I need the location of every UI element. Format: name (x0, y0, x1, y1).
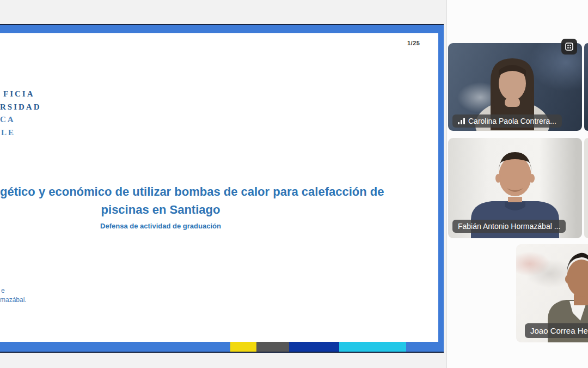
logo-text-line: FICIA (3, 88, 41, 101)
bottom-bar-segment-blue-end (406, 342, 444, 352)
slide-top-border-bar (0, 25, 444, 33)
bottom-bar-segment-blue (0, 342, 230, 352)
slide-title-line1: gético y económico de utilizar bombas de… (0, 185, 414, 199)
slide-footer-text-fragment: e (1, 287, 5, 294)
participant-video-tile[interactable]: Carolina Paola Contrera... (448, 43, 582, 131)
slide-subtitle: Defensa de actividad de graduación (100, 222, 221, 230)
bottom-bar-segment-dark-gray (256, 342, 289, 352)
slide-footer-text-fragment: mazábal. (0, 296, 27, 304)
slide-right-border-bar (438, 25, 444, 342)
meeting-window: 1/25 FICIA RSIDAD CA LE gético y económi… (0, 0, 588, 368)
participant-name-label: Fabián Antonio Hormazábal ... (452, 220, 566, 233)
gallery-view-toggle-button[interactable] (561, 39, 577, 55)
offscreen-participant-tile-edge[interactable] (584, 43, 588, 131)
screen-share-region: 1/25 FICIA RSIDAD CA LE gético y económi… (0, 0, 446, 368)
slide-bottom-accent-line (0, 352, 444, 353)
participant-name-label: Joao Correa Herre (525, 323, 588, 338)
participant-name: Joao Correa Herre (530, 326, 588, 335)
participant-video-tile[interactable]: Joao Correa Herre (516, 244, 588, 342)
slide-title-line2: piscinas en Santiago (101, 203, 220, 217)
participant-name-label: Carolina Paola Contrera... (452, 114, 562, 128)
participant-name: Carolina Paola Contrera... (468, 117, 556, 125)
bottom-bar-segment-cyan (339, 342, 406, 352)
logo-text-line: LE (1, 126, 41, 140)
bottom-bar-segment-yellow (230, 342, 256, 352)
university-logo-text: FICIA RSIDAD CA LE (0, 88, 41, 139)
participant-video-tile[interactable]: Fabián Antonio Hormazábal ... (448, 138, 582, 238)
logo-text-line: RSIDAD (0, 101, 41, 114)
audio-level-icon (458, 118, 465, 124)
slide-bottom-bar (0, 342, 444, 352)
offscreen-participant-tile-edge[interactable] (584, 138, 588, 238)
grid-view-icon (565, 43, 573, 51)
logo-text-line: CA (0, 113, 41, 126)
bottom-bar-segment-navy (289, 342, 339, 352)
slide-page-indicator: 1/25 (407, 40, 420, 46)
participant-name: Fabián Antonio Hormazábal ... (458, 222, 560, 231)
